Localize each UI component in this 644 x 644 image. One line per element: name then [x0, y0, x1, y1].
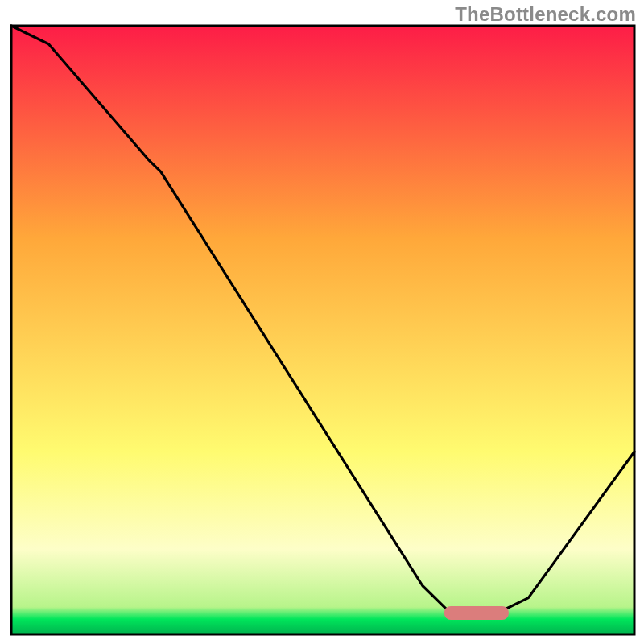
attribution-text: TheBottleneck.com	[455, 3, 636, 26]
chart-container: { "attribution": "TheBottleneck.com", "c…	[0, 0, 644, 644]
chart-svg	[0, 0, 644, 644]
optimal-range-marker	[444, 606, 509, 620]
plot-background	[11, 26, 634, 634]
